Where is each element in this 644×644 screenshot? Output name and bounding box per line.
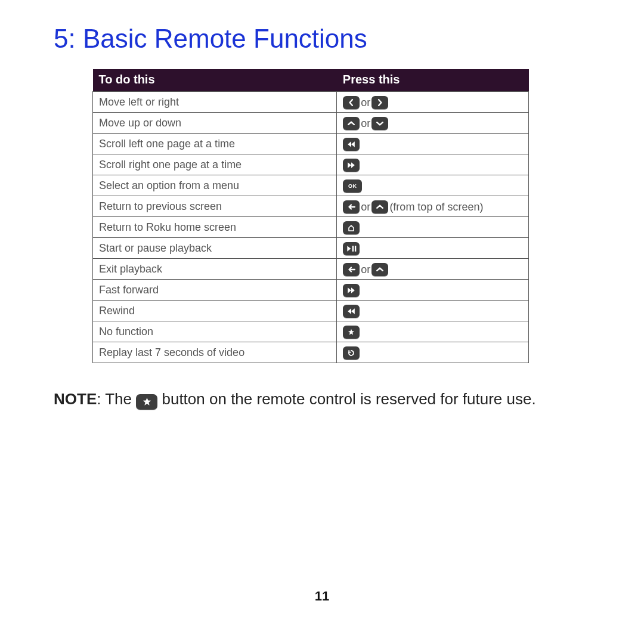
table-row: Replay last 7 seconds of video	[93, 342, 529, 363]
up-icon	[371, 263, 388, 276]
table-row: Scroll left one page at a time	[93, 134, 529, 154]
note-paragraph: NOTE: The button on the remote control i…	[54, 388, 590, 410]
action-cell: Return to previous screen	[93, 196, 337, 217]
table-row: Return to previous screen or (from top o…	[93, 196, 529, 217]
star-icon	[343, 326, 360, 339]
back-icon	[343, 200, 360, 213]
table-row: Start or pause playback	[93, 238, 529, 259]
up-icon	[371, 200, 388, 213]
table-row: No function	[93, 321, 529, 342]
page-number: 11	[54, 589, 590, 604]
ok-icon: OK	[343, 179, 362, 193]
table-row: Move left or right or	[93, 92, 529, 113]
press-cell	[337, 134, 529, 154]
action-cell: Replay last 7 seconds of video	[93, 342, 337, 363]
remote-functions-table: To do this Press this Move left or right…	[92, 69, 529, 363]
action-cell: Exit playback	[93, 259, 337, 280]
separator-text: or	[360, 200, 371, 213]
table-row: Return to Roku home screen	[93, 217, 529, 238]
action-cell: Rewind	[93, 301, 337, 321]
action-cell: Scroll left one page at a time	[93, 134, 337, 154]
press-cell	[337, 280, 529, 301]
press-cell	[337, 154, 529, 175]
replay-icon	[343, 346, 360, 360]
action-cell: Scroll right one page at a time	[93, 154, 337, 175]
table-row: Scroll right one page at a time	[93, 154, 529, 175]
separator-text: or	[360, 117, 371, 130]
section-heading: 5: Basic Remote Functions	[54, 24, 590, 54]
press-cell: or	[337, 92, 529, 113]
note-label: NOTE	[54, 390, 97, 408]
note-text-after: button on the remote control is reserved…	[157, 390, 535, 408]
down-icon	[371, 117, 388, 130]
rewind-icon	[343, 138, 360, 151]
press-cell	[337, 321, 529, 342]
action-cell: Fast forward	[93, 280, 337, 301]
press-cell: or	[337, 259, 529, 280]
table-row: Exit playback or	[93, 259, 529, 280]
forward-icon	[343, 159, 360, 172]
th-action: To do this	[93, 69, 337, 92]
press-cell: or	[337, 113, 529, 134]
rewind-icon	[343, 305, 360, 318]
forward-icon	[343, 284, 360, 297]
table-row: Move up or down or	[93, 113, 529, 134]
separator-text: or	[360, 96, 371, 109]
home-icon	[343, 221, 360, 234]
back-icon	[343, 263, 360, 276]
action-cell: Move left or right	[93, 92, 337, 113]
action-cell: Move up or down	[93, 113, 337, 134]
star-icon	[136, 394, 157, 410]
left-icon	[343, 96, 360, 109]
separator-text: or	[360, 263, 371, 276]
table-row: Fast forward	[93, 280, 529, 301]
th-press: Press this	[337, 69, 529, 92]
table-row: Rewind	[93, 301, 529, 321]
right-icon	[371, 96, 388, 109]
press-cell	[337, 342, 529, 363]
press-cell	[337, 238, 529, 259]
table-row: Select an option from a menuOK	[93, 175, 529, 196]
trailing-text: (from top of screen)	[388, 200, 483, 213]
playpause-icon	[343, 242, 360, 255]
up-icon	[343, 117, 360, 130]
press-cell: OK	[337, 175, 529, 196]
press-cell: or (from top of screen)	[337, 196, 529, 217]
action-cell: Return to Roku home screen	[93, 217, 337, 238]
note-text-before: : The	[97, 390, 136, 408]
action-cell: Select an option from a menu	[93, 175, 337, 196]
press-cell	[337, 301, 529, 321]
press-cell	[337, 217, 529, 238]
action-cell: No function	[93, 321, 337, 342]
action-cell: Start or pause playback	[93, 238, 337, 259]
